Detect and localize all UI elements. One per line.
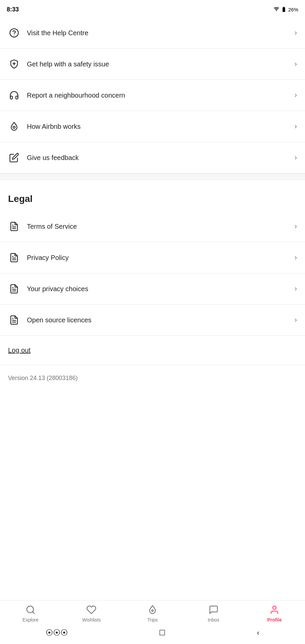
menu-item-feedback[interactable]: Give us feedback › [0,142,305,173]
status-bar: 8:33 26% [0,0,305,17]
menu-item-help-centre[interactable]: Visit the Help Centre › [0,17,305,49]
pencil-icon [8,152,20,164]
menu-label-neighbourhood: Report a neighbourhood concern [27,92,125,99]
status-icons: 26% [273,6,298,12]
system-nav-menu[interactable]: ⦿⦿⦿ [46,629,68,637]
question-circle-icon [8,27,20,39]
explore-icon [25,604,37,616]
chevron-how-airbnb-works: › [295,122,297,131]
menu-label-help-centre: Visit the Help Centre [27,29,88,37]
chevron-terms: › [295,222,297,231]
svg-point-16 [273,606,276,609]
privacy-choices-icon [8,283,20,295]
menu-item-how-airbnb-works[interactable]: How Airbnb works › [0,111,305,142]
nav-label-explore: Explore [23,617,38,623]
menu-label-safety-issue: Get help with a safety issue [27,60,109,68]
chevron-feedback: › [295,153,297,162]
legal-section: Legal Terms of Service [0,180,305,336]
chevron-open-source: › [295,316,297,324]
menu-label-how-airbnb-works: How Airbnb works [27,123,81,130]
nav-item-trips[interactable]: Trips [139,604,166,623]
menu-item-open-source[interactable]: Open source licences › [0,305,305,336]
menu-label-open-source: Open source licences [27,316,91,324]
nav-label-profile: Profile [267,617,282,623]
trips-icon [146,604,159,616]
chevron-neighbourhood: › [295,91,297,100]
logout-item[interactable]: Log out [0,336,305,365]
menu-item-privacy-policy[interactable]: Privacy Policy › [0,242,305,273]
svg-point-15 [151,610,153,611]
menu-label-feedback: Give us feedback [27,154,79,162]
bottom-nav: Explore Wishlists Trips [0,600,305,644]
airbnb-icon [8,120,20,132]
menu-item-privacy-choices[interactable]: Your privacy choices › [0,273,305,305]
legal-menu: Terms of Service › [0,211,305,336]
chevron-privacy-choices: › [295,284,297,293]
svg-line-14 [33,612,34,613]
chevron-help-centre: › [295,29,297,37]
menu-label-privacy-policy: Privacy Policy [27,254,69,262]
nav-item-explore[interactable]: Explore [17,604,44,623]
system-nav-home[interactable]: ☐ [159,629,166,637]
nav-label-wishlists: Wishlists [82,617,101,623]
content-area: Visit the Help Centre › Get help with a … [0,17,305,445]
nav-items: Explore Wishlists Trips [0,600,305,625]
headset-icon [8,89,20,101]
nav-item-inbox[interactable]: Inbox [200,604,227,623]
legal-section-title: Legal [0,180,305,211]
terms-icon [8,220,20,232]
nav-label-inbox: Inbox [208,617,219,623]
system-nav-back[interactable]: ‹ [257,629,259,637]
wishlists-icon [85,604,97,616]
system-nav: ⦿⦿⦿ ☐ ‹ [0,625,305,644]
nav-item-profile[interactable]: Profile [261,604,288,623]
status-time: 8:33 [7,6,19,13]
profile-icon [268,604,280,616]
menu-label-terms: Terms of Service [27,223,77,230]
chevron-safety-issue: › [295,60,297,68]
menu-item-safety-issue[interactable]: Get help with a safety issue › [0,49,305,80]
svg-point-0 [10,29,18,37]
shield-plus-icon [8,58,20,70]
menu-item-neighbourhood[interactable]: Report a neighbourhood concern › [0,80,305,111]
menu-label-privacy-choices: Your privacy choices [27,285,88,293]
menu-item-terms[interactable]: Terms of Service › [0,211,305,242]
nav-label-trips: Trips [147,617,158,623]
support-menu: Visit the Help Centre › Get help with a … [0,17,305,173]
nav-item-wishlists[interactable]: Wishlists [78,604,105,623]
battery-pct: 26% [288,7,298,12]
inbox-icon [208,604,220,616]
chevron-privacy-policy: › [295,253,297,262]
section-spacer [0,173,305,180]
logout-label: Log out [8,346,31,354]
version-text: Version 24.13 (28003186) [0,365,305,391]
open-source-icon [8,314,20,326]
privacy-policy-icon [8,252,20,264]
svg-point-4 [13,126,15,128]
